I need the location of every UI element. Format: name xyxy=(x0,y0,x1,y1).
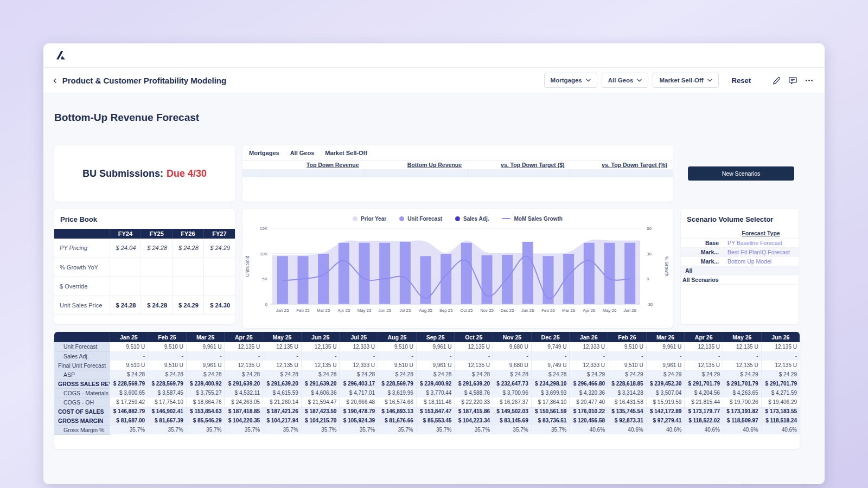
forecast-cell[interactable]: 9,510 U xyxy=(110,342,148,351)
forecast-cell[interactable]: 12,333 U xyxy=(570,342,608,351)
forecast-cell[interactable]: - xyxy=(531,351,570,361)
forecast-cell[interactable]: $ 153,854.63 xyxy=(186,407,225,416)
price-book-cell[interactable]: $ 24.28 xyxy=(141,239,173,258)
forecast-cell[interactable]: 9,961 U xyxy=(186,342,225,351)
forecast-cell[interactable]: 9,961 U xyxy=(186,361,225,370)
forecast-cell[interactable]: $ 85,546.29 xyxy=(186,416,225,425)
forecast-cell[interactable]: 12,333 U xyxy=(340,342,378,351)
forecast-cell[interactable]: $ 239,400.92 xyxy=(186,379,225,388)
forecast-cell[interactable]: 12,135 U xyxy=(685,361,723,370)
forecast-cell[interactable]: $ 228,569.79 xyxy=(148,379,187,388)
forecast-cell[interactable]: 35.7% xyxy=(531,425,570,434)
price-book-cell[interactable]: $ 24.29 xyxy=(173,296,204,314)
forecast-cell[interactable]: $ 18,664.76 xyxy=(186,397,225,407)
forecast-cell[interactable]: $ 4,532.11 xyxy=(225,388,263,397)
forecast-cell[interactable]: $ 17,259.42 xyxy=(110,397,148,407)
forecast-cell[interactable]: 9,680 U xyxy=(493,342,532,351)
forecast-cell[interactable]: 35.7% xyxy=(378,425,417,434)
forecast-cell[interactable]: 40.6% xyxy=(685,425,723,434)
forecast-cell[interactable]: - xyxy=(416,351,455,361)
forecast-cell[interactable]: $ 15,919.59 xyxy=(646,397,685,407)
forecast-cell[interactable]: $ 239,452.30 xyxy=(646,379,685,388)
forecast-cell[interactable]: $ 291,639.20 xyxy=(225,379,263,388)
forecast-cell[interactable]: $ 176,010.22 xyxy=(570,407,608,416)
forecast-cell[interactable]: $ 24.28 xyxy=(416,370,455,379)
forecast-cell[interactable]: $ 291,639.20 xyxy=(263,379,302,388)
forecast-cell[interactable]: 35.7% xyxy=(225,425,263,434)
forecast-cell[interactable]: 35.7% xyxy=(493,425,532,434)
forecast-cell[interactable]: 9,749 U xyxy=(531,361,570,370)
forecast-cell[interactable]: $ 24.28 xyxy=(186,370,225,379)
forecast-cell[interactable]: $ 4,615.59 xyxy=(263,388,302,397)
forecast-cell[interactable]: $ 135,745.54 xyxy=(608,407,647,416)
forecast-cell[interactable]: $ 146,893.13 xyxy=(378,407,417,416)
forecast-cell[interactable]: $ 3,600.65 xyxy=(110,388,148,397)
ellipsis-icon[interactable] xyxy=(805,76,814,85)
forecast-cell[interactable]: 12,135 U xyxy=(761,342,800,351)
forecast-cell[interactable]: $ 24.28 xyxy=(340,370,378,379)
forecast-cell[interactable]: 12,135 U xyxy=(301,342,340,351)
forecast-cell[interactable]: $ 92,873.31 xyxy=(608,416,647,425)
forecast-cell[interactable]: 12,135 U xyxy=(723,342,762,351)
forecast-chart[interactable]: 05K10K15K-3003060Units Sold% GrowthJan 2… xyxy=(242,223,673,322)
forecast-cell[interactable]: $ 21,594.47 xyxy=(301,397,340,407)
forecast-cell[interactable]: $ 187,415.86 xyxy=(455,407,493,416)
forecast-cell[interactable]: $ 81,667.39 xyxy=(148,416,187,425)
forecast-cell[interactable]: 9,510 U xyxy=(608,342,647,351)
forecast-cell[interactable]: 40.6% xyxy=(723,425,762,434)
scenario-forecast-type-link[interactable]: Bottom Up Model xyxy=(723,256,799,266)
context-tab-market-sell-off[interactable]: Market Sell-Off xyxy=(325,150,367,156)
new-scenarios-button[interactable]: New Scenarios xyxy=(688,166,794,181)
forecast-cell[interactable]: - xyxy=(186,351,225,361)
forecast-cell[interactable]: $ 19,406.29 xyxy=(761,397,800,407)
forecast-cell[interactable]: $ 118,518.24 xyxy=(761,416,800,425)
forecast-cell[interactable]: $ 291,639.20 xyxy=(301,379,340,388)
forecast-cell[interactable]: 9,749 U xyxy=(531,342,570,351)
target-grid-cell[interactable] xyxy=(261,169,365,177)
forecast-cell[interactable]: $ 21,260.14 xyxy=(263,397,302,407)
forecast-cell[interactable]: 35.7% xyxy=(148,425,187,434)
forecast-cell[interactable]: $ 3,587.45 xyxy=(148,388,187,397)
filter-dropdown-market-sell-off[interactable]: Market Sell-Off xyxy=(653,73,718,88)
forecast-cell[interactable]: - xyxy=(263,351,302,361)
forecast-cell[interactable]: 9,510 U xyxy=(148,361,187,370)
forecast-cell[interactable]: $ 4,606.36 xyxy=(301,388,340,397)
forecast-cell[interactable]: $ 190,478.79 xyxy=(340,407,378,416)
forecast-cell[interactable]: $ 173,183.55 xyxy=(761,407,800,416)
scenario-forecast-type-link[interactable] xyxy=(723,266,799,275)
forecast-cell[interactable]: $ 3,699.93 xyxy=(531,388,570,397)
forecast-cell[interactable]: $ 24.29 xyxy=(570,370,608,379)
forecast-cell[interactable]: 35.7% xyxy=(301,425,340,434)
price-book-cell[interactable] xyxy=(173,277,204,296)
forecast-cell[interactable]: $ 291,701.79 xyxy=(685,379,723,388)
forecast-cell[interactable]: $ 85,553.45 xyxy=(416,416,455,425)
context-tab-all-geos[interactable]: All Geos xyxy=(290,150,315,156)
forecast-cell[interactable]: 9,961 U xyxy=(646,361,685,370)
forecast-cell[interactable]: 40.6% xyxy=(570,425,608,434)
price-book-cell[interactable] xyxy=(203,277,235,296)
forecast-cell[interactable]: - xyxy=(455,351,493,361)
forecast-cell[interactable]: $ 291,701.79 xyxy=(723,379,762,388)
forecast-cell[interactable]: - xyxy=(378,351,417,361)
forecast-cell[interactable]: $ 97,279.41 xyxy=(646,416,685,425)
forecast-cell[interactable]: $ 149,502.03 xyxy=(493,407,532,416)
forecast-cell[interactable]: $ 228,569.79 xyxy=(378,379,417,388)
forecast-cell[interactable]: 9,961 U xyxy=(416,342,455,351)
forecast-cell[interactable]: $ 146,882.79 xyxy=(110,407,148,416)
forecast-cell[interactable]: $ 83,145.69 xyxy=(493,416,532,425)
forecast-cell[interactable]: $ 81,687.00 xyxy=(110,416,148,425)
forecast-cell[interactable]: $ 4,320.36 xyxy=(570,388,608,397)
forecast-cell[interactable]: $ 24.29 xyxy=(761,370,800,379)
forecast-cell[interactable]: $ 296,466.80 xyxy=(570,379,608,388)
price-book-cell[interactable] xyxy=(110,258,141,277)
price-book-cell[interactable]: $ 24.04 xyxy=(110,239,141,258)
forecast-cell[interactable]: 9,510 U xyxy=(148,342,187,351)
forecast-cell[interactable]: $ 24,263.05 xyxy=(225,397,263,407)
forecast-cell[interactable]: $ 187,421.26 xyxy=(263,407,302,416)
price-book-cell[interactable] xyxy=(173,258,204,277)
price-book-cell[interactable]: $ 24.28 xyxy=(110,296,141,314)
price-book-cell[interactable]: $ 24.28 xyxy=(173,239,204,258)
forecast-cell[interactable]: 12,135 U xyxy=(301,361,340,370)
forecast-cell[interactable]: $ 3,507.04 xyxy=(646,388,685,397)
forecast-cell[interactable]: $ 17,364.10 xyxy=(531,397,570,407)
